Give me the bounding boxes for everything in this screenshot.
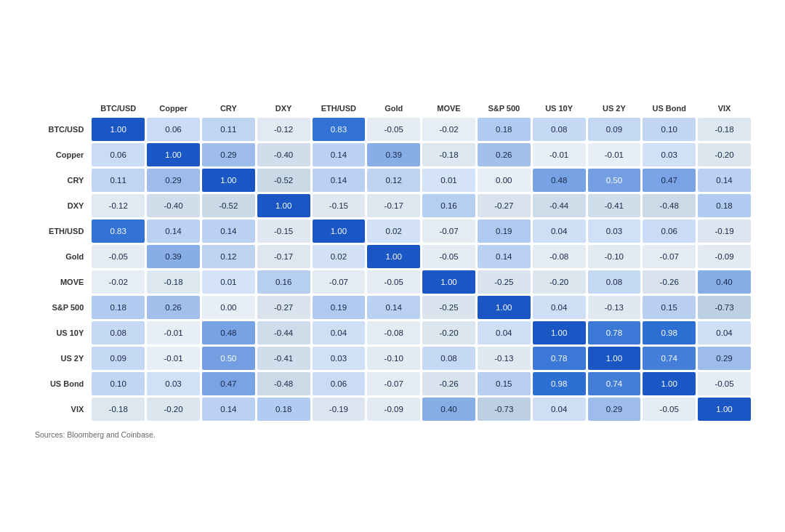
cell-6-10: -0.26	[643, 270, 696, 294]
cell-3-11: 0.18	[698, 194, 751, 217]
row-header-gold: Gold	[34, 245, 89, 268]
cell-2-7: 0.00	[478, 169, 531, 192]
col-header-us-10y: US 10Y	[533, 101, 586, 116]
cell-9-7: -0.13	[478, 347, 531, 370]
cell-5-3: -0.17	[257, 245, 310, 268]
cell-9-11: 0.29	[698, 347, 751, 370]
cell-6-11: 0.40	[698, 270, 751, 294]
cell-2-8: 0.48	[533, 169, 586, 192]
cell-0-1: 0.06	[147, 118, 200, 141]
cell-7-7: 1.00	[478, 296, 531, 319]
table-row: DXY-0.12-0.40-0.521.00-0.15-0.170.16-0.2…	[34, 194, 751, 217]
cell-9-9: 1.00	[588, 347, 641, 370]
cell-8-5: -0.08	[367, 321, 420, 344]
cell-2-3: -0.52	[257, 169, 310, 192]
cell-5-7: 0.14	[478, 245, 531, 268]
cell-10-9: 0.74	[588, 372, 641, 395]
cell-7-11: -0.73	[698, 296, 751, 319]
table-row: BTC/USD1.000.060.11-0.120.83-0.05-0.020.…	[34, 118, 751, 141]
cell-3-3: 1.00	[257, 194, 310, 217]
cell-3-6: 0.16	[422, 194, 475, 217]
table-row: Copper0.061.000.29-0.400.140.39-0.180.26…	[34, 143, 751, 166]
cell-2-1: 0.29	[147, 169, 200, 192]
cell-0-7: 0.18	[478, 118, 531, 141]
cell-3-4: -0.15	[313, 194, 366, 217]
col-header-gold: Gold	[367, 101, 420, 116]
cell-5-2: 0.12	[202, 245, 255, 268]
cell-1-9: -0.01	[588, 143, 641, 166]
cell-9-1: -0.01	[147, 347, 200, 370]
cell-10-10: 1.00	[643, 372, 696, 395]
table-row: US 10Y0.08-0.010.48-0.440.04-0.08-0.200.…	[34, 321, 751, 344]
source-text: Sources: Bloomberg and Coinbase.	[32, 430, 753, 439]
cell-11-1: -0.20	[147, 398, 200, 421]
cell-11-7: -0.73	[478, 398, 531, 421]
cell-4-3: -0.15	[257, 219, 310, 243]
row-header-dxy: DXY	[34, 194, 89, 217]
cell-10-5: -0.07	[367, 372, 420, 395]
cell-10-3: -0.48	[257, 372, 310, 395]
cell-1-2: 0.29	[202, 143, 255, 166]
cell-3-7: -0.27	[478, 194, 531, 217]
cell-11-2: 0.14	[202, 398, 255, 421]
col-header-vix: VIX	[698, 101, 751, 116]
cell-5-1: 0.39	[147, 245, 200, 268]
row-header-eth-usd: ETH/USD	[34, 219, 89, 243]
cell-9-6: 0.08	[422, 347, 475, 370]
cell-0-6: -0.02	[422, 118, 475, 141]
cell-5-5: 1.00	[367, 245, 420, 268]
cell-11-4: -0.19	[313, 398, 366, 421]
cell-4-9: 0.03	[588, 219, 641, 243]
cell-11-3: 0.18	[257, 398, 310, 421]
cell-2-4: 0.14	[313, 169, 366, 192]
cell-2-10: 0.47	[643, 169, 696, 192]
cell-1-10: 0.03	[643, 143, 696, 166]
cell-8-9: 0.78	[588, 321, 641, 344]
cell-10-0: 0.10	[92, 372, 145, 395]
cell-2-0: 0.11	[92, 169, 145, 192]
cell-1-11: -0.20	[698, 143, 751, 166]
cell-8-1: -0.01	[147, 321, 200, 344]
col-header-us-bond: US Bond	[643, 101, 696, 116]
cell-0-0: 1.00	[92, 118, 145, 141]
cell-9-3: -0.41	[257, 347, 310, 370]
cell-6-0: -0.02	[92, 270, 145, 294]
cell-10-7: 0.15	[478, 372, 531, 395]
table-row: US 2Y0.09-0.010.50-0.410.03-0.100.08-0.1…	[34, 347, 751, 370]
col-header-btc-usd: BTC/USD	[92, 101, 145, 116]
col-header-copper: Copper	[147, 101, 200, 116]
cell-8-3: -0.44	[257, 321, 310, 344]
cell-8-11: 0.04	[698, 321, 751, 344]
cell-9-2: 0.50	[202, 347, 255, 370]
cell-0-3: -0.12	[257, 118, 310, 141]
cell-1-1: 1.00	[147, 143, 200, 166]
cell-10-6: -0.26	[422, 372, 475, 395]
cell-8-0: 0.08	[92, 321, 145, 344]
row-header-s-p-500: S&P 500	[34, 296, 89, 319]
cell-7-5: 0.14	[367, 296, 420, 319]
cell-5-4: 0.02	[313, 245, 366, 268]
row-header-us-2y: US 2Y	[34, 347, 89, 370]
cell-6-3: 0.16	[257, 270, 310, 294]
cell-4-5: 0.02	[367, 219, 420, 243]
cell-8-4: 0.04	[313, 321, 366, 344]
table-row: VIX-0.18-0.200.140.18-0.19-0.090.40-0.73…	[34, 398, 751, 421]
cell-4-2: 0.14	[202, 219, 255, 243]
col-header-cry: CRY	[202, 101, 255, 116]
cell-2-11: 0.14	[698, 169, 751, 192]
cell-5-9: -0.10	[588, 245, 641, 268]
table-row: MOVE-0.02-0.180.010.16-0.07-0.051.00-0.2…	[34, 270, 751, 294]
cell-6-7: -0.25	[478, 270, 531, 294]
cell-11-5: -0.09	[367, 398, 420, 421]
cell-1-0: 0.06	[92, 143, 145, 166]
heatmap-container: BTC/USDCopperCRYDXYETH/USDGoldMOVES&P 50…	[15, 81, 770, 451]
cell-5-6: -0.05	[422, 245, 475, 268]
cell-11-6: 0.40	[422, 398, 475, 421]
row-header-move: MOVE	[34, 270, 89, 294]
cell-0-5: -0.05	[367, 118, 420, 141]
cell-6-1: -0.18	[147, 270, 200, 294]
cell-9-4: 0.03	[313, 347, 366, 370]
cell-10-2: 0.47	[202, 372, 255, 395]
cell-3-10: -0.48	[643, 194, 696, 217]
cell-10-4: 0.06	[313, 372, 366, 395]
